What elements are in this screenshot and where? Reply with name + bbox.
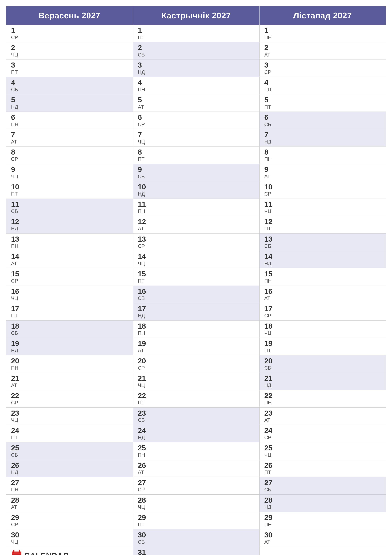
day-row: 16ЧЦ: [6, 286, 133, 303]
day-row: 9АТ: [260, 164, 386, 181]
day-number: 10: [264, 183, 383, 191]
day-name: АТ: [264, 539, 383, 545]
day-number: 6: [11, 113, 130, 121]
day-row: 21ЧЦ: [133, 373, 259, 390]
day-number: 25: [264, 444, 383, 452]
day-row: 3НД: [133, 59, 259, 77]
day-number: 2: [11, 44, 130, 52]
day-row: 22ПТ: [133, 390, 259, 408]
day-number: 21: [138, 374, 256, 382]
day-number: 12: [11, 218, 130, 226]
day-number: 12: [264, 218, 383, 226]
day-row: 8СР: [6, 146, 133, 164]
day-name: СБ: [11, 87, 130, 93]
day-number: 3: [138, 61, 256, 69]
day-row: 23ЧЦ: [6, 408, 133, 425]
day-name: ЧЦ: [138, 139, 256, 145]
day-number: 10: [11, 183, 130, 191]
day-number: 13: [264, 235, 383, 243]
day-name: НД: [264, 504, 383, 510]
day-number: 22: [11, 392, 130, 400]
day-row: 11ПН: [133, 199, 259, 216]
day-name: ПН: [264, 521, 383, 527]
day-number: 11: [11, 200, 130, 208]
month-header-0: Верасень 2027: [6, 6, 133, 25]
day-row: 18СБ: [6, 321, 133, 338]
day-name: АТ: [11, 260, 130, 266]
day-row: 4ЧЦ: [260, 77, 386, 94]
day-number: 8: [11, 148, 130, 156]
day-row: 2АТ: [260, 42, 386, 59]
day-number: 21: [264, 374, 383, 382]
day-number: 22: [138, 392, 256, 400]
day-name: НД: [264, 382, 383, 388]
day-name: ПТ: [138, 278, 256, 284]
day-row: 13СР: [133, 234, 259, 251]
day-row: 25ЧЦ: [260, 442, 386, 460]
svg-rect-3: [13, 550, 14, 553]
day-number: 16: [264, 287, 383, 295]
day-name: СБ: [138, 295, 256, 301]
day-number: 1: [11, 26, 130, 34]
day-number: 25: [11, 444, 130, 452]
day-row: 22ПН: [260, 390, 386, 408]
svg-rect-4: [19, 550, 20, 553]
day-number: 23: [264, 409, 383, 417]
day-number: 3: [264, 61, 383, 69]
day-row: 24ПТ: [6, 425, 133, 442]
day-name: АТ: [264, 295, 383, 301]
day-number: 18: [264, 322, 383, 330]
day-name: СР: [11, 278, 130, 284]
day-row: 12АТ: [133, 216, 259, 234]
day-row: 6СБ: [260, 112, 386, 129]
day-number: 22: [264, 392, 383, 400]
day-name: ЧЦ: [138, 382, 256, 388]
day-name: ПТ: [138, 400, 256, 406]
day-row: 4ПН: [133, 77, 259, 94]
day-name: СБ: [11, 452, 130, 458]
day-row: 30ЧЦ: [6, 529, 133, 547]
day-row: 19АТ: [133, 338, 259, 355]
day-number: 23: [11, 409, 130, 417]
day-number: 7: [11, 131, 130, 139]
day-name: ПТ: [264, 104, 383, 110]
day-row: 24СР: [260, 425, 386, 442]
day-number: 25: [138, 444, 256, 452]
day-row: 28АТ: [6, 495, 133, 512]
day-name: НД: [138, 191, 256, 197]
day-row: 1ПТ: [133, 25, 259, 42]
day-number: 27: [11, 479, 130, 487]
day-name: СР: [11, 34, 130, 40]
day-name: СБ: [264, 121, 383, 127]
day-row: 21НД: [260, 373, 386, 390]
day-number: 11: [138, 200, 256, 208]
month-header-2: Лістапад 2027: [260, 6, 386, 25]
day-row: 28ЧЦ: [133, 495, 259, 512]
day-row: 5ПТ: [260, 94, 386, 112]
day-number: 15: [264, 270, 383, 278]
day-row: 14АТ: [6, 251, 133, 268]
day-row: 14ЧЦ: [133, 251, 259, 268]
day-name: ПН: [264, 400, 383, 406]
day-row: 25СБ: [6, 442, 133, 460]
day-row: 15ПН: [260, 268, 386, 286]
day-row: 30СБ: [133, 529, 259, 547]
day-name: СР: [11, 521, 130, 527]
day-row: 7ЧЦ: [133, 129, 259, 146]
day-name: НД: [264, 139, 383, 145]
day-number: 18: [138, 322, 256, 330]
day-name: СБ: [11, 208, 130, 214]
day-number: 9: [264, 166, 383, 174]
day-name: СР: [11, 400, 130, 406]
months-grid: Верасень 20271СР2ЧЦ3ПТ4СБ5НД6ПН7АТ8СР9ЧЦ…: [6, 6, 386, 555]
day-row: 22СР: [6, 390, 133, 408]
day-name: СР: [138, 487, 256, 493]
day-row: 24НД: [133, 425, 259, 442]
day-row: 26НД: [6, 460, 133, 477]
day-row: 8ПН: [260, 146, 386, 164]
day-name: АТ: [264, 417, 383, 423]
day-number: 1: [138, 26, 256, 34]
day-row: 20ПН: [6, 355, 133, 373]
day-name: СР: [138, 121, 256, 127]
day-name: НД: [264, 260, 383, 266]
